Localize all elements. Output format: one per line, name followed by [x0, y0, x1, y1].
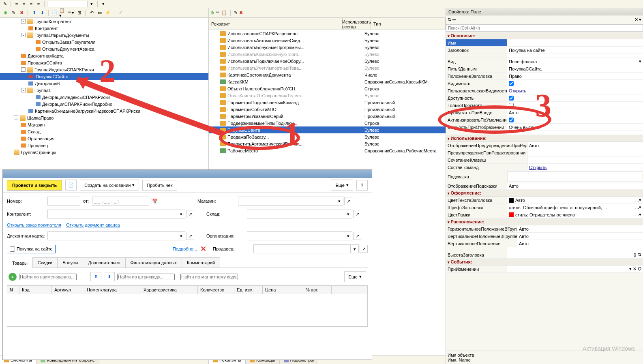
- receipt-button[interactable]: Пробить чек: [142, 180, 177, 191]
- prop-search-input[interactable]: [446, 24, 643, 32]
- tree-item[interactable]: КартинкаОжиданиеЗагрузкиИндексовСПАРКРис…: [0, 107, 208, 114]
- prop-importance-value[interactable]: Очень высокая: [507, 124, 643, 131]
- attr-row[interactable]: КартинкаСостоянияДокументаЧисло: [209, 71, 446, 78]
- undo-icon[interactable]: ↶: [88, 9, 95, 17]
- dropdown-icon[interactable]: ▾: [88, 1, 95, 7]
- prop-preedit-value[interactable]: [527, 149, 643, 156]
- attr-edit-icon[interactable]: ✎: [234, 10, 238, 15]
- attr-copy-icon[interactable]: 📋: [221, 10, 227, 15]
- tree-item[interactable]: ОткрытьЗаказПокупателя: [0, 39, 208, 45]
- prop-readonly-value[interactable]: [507, 102, 643, 109]
- attr-row[interactable]: ПараметрыСобытийПОПроизвольный: [209, 106, 446, 113]
- prop-categorize-icon[interactable]: ☰: [452, 17, 456, 22]
- search-by-barcode-input[interactable]: [117, 274, 175, 280]
- org-input[interactable]: [247, 232, 344, 240]
- tree-item[interactable]: Склад: [0, 128, 208, 135]
- post-and-close-button[interactable]: Провести и закрыть: [7, 180, 62, 191]
- section-layout[interactable]: Расположение:: [446, 218, 643, 225]
- tree-item[interactable]: Продавец: [0, 142, 208, 149]
- form-tab[interactable]: Бонусы: [57, 257, 83, 268]
- tree-item[interactable]: ДекорацияИндексыСПАРКРиски: [0, 94, 208, 101]
- inner-more-button[interactable]: Еще ▾: [344, 271, 366, 282]
- form-tab[interactable]: Дополнительно: [83, 257, 125, 268]
- prop-cmds-value[interactable]: Открыть: [527, 164, 643, 171]
- prop-title-value[interactable]: Покупка на сайте: [507, 47, 643, 54]
- attr-columns-icon[interactable]: ☰: [216, 10, 220, 15]
- tree-item[interactable]: ОткрытьДокументАванса: [0, 45, 208, 52]
- expand-icon[interactable]: -: [21, 33, 26, 37]
- add-row-button[interactable]: +: [9, 273, 17, 281]
- tree-item[interactable]: -ГруппаИндексыСПАРКРиски: [0, 66, 208, 73]
- attr-row[interactable]: ПоддерживаемыеТипыПодключ...Строка: [209, 120, 446, 126]
- open-order-link[interactable]: Открыть заказ покупателя: [7, 223, 61, 227]
- paste-icon[interactable]: 📋▾: [59, 9, 66, 17]
- warehouse-input[interactable]: [247, 210, 344, 218]
- expand-icon[interactable]: -: [21, 88, 26, 92]
- expand-icon[interactable]: -: [21, 19, 26, 24]
- close-x-icon[interactable]: ✕: [200, 244, 206, 253]
- copy-icon[interactable]: 📄: [51, 9, 58, 17]
- prop-sort-icon[interactable]: ⇅: [448, 17, 451, 22]
- attr-row[interactable]: ПараметрыПодключаемыхКомандПроизвольный: [209, 99, 446, 106]
- down-icon[interactable]: ⬇: [39, 9, 46, 17]
- prop-path-value[interactable]: ПокупкаССайта: [507, 65, 643, 72]
- attr-row[interactable]: ИспользоватьПодключаемоеОбору...Булево: [209, 58, 446, 64]
- prop-warnedit-value[interactable]: Авто: [527, 142, 643, 149]
- align-left-icon[interactable]: ≡: [13, 1, 20, 7]
- prop-titlepos-value[interactable]: Право: [507, 73, 643, 79]
- prop-activate-value[interactable]: [507, 116, 643, 123]
- more-button[interactable]: Еще ▾: [331, 180, 353, 191]
- tree-item[interactable]: Декорация6: [0, 80, 208, 87]
- prop-hint-value[interactable]: [508, 171, 642, 182]
- counterparty-dropdown-icon[interactable]: ▾: [177, 210, 185, 218]
- tree-item[interactable]: ДисконтнаяКарта: [0, 52, 208, 59]
- attr-row[interactable]: ПродажаПоЗаказу...Булево: [209, 133, 446, 140]
- detail-link[interactable]: Подробно...: [173, 246, 197, 251]
- tree-item[interactable]: -ГруппаКонтрагент: [0, 18, 208, 25]
- edit-icon[interactable]: ✎: [10, 9, 17, 17]
- seller-open-icon[interactable]: ↗: [360, 245, 368, 253]
- form-tab[interactable]: Скидки: [32, 257, 58, 268]
- prop-titlefont-value[interactable]: стиль: Обычный шрифт текста, полужирный,…: [507, 204, 643, 211]
- attr-delete-icon[interactable]: ✖: [239, 10, 243, 15]
- format-icon[interactable]: ✎: [2, 1, 8, 7]
- up-icon[interactable]: ⬆: [30, 9, 38, 17]
- counterparty-input[interactable]: [48, 210, 177, 218]
- post-button[interactable]: 📄: [65, 180, 77, 191]
- prop-framecolor-value[interactable]: стиль: Отрицательное число...▾: [507, 211, 643, 218]
- attr-row[interactable]: ОтказКлиентаОтСохраненияТелеф...Булево: [209, 92, 446, 99]
- calendar-icon[interactable]: 📅: [152, 197, 158, 205]
- prop-uservis-value[interactable]: Открыть: [507, 87, 643, 94]
- align-center-icon[interactable]: ≡: [21, 1, 27, 7]
- open-advance-link[interactable]: Открыть документ аванса: [66, 223, 120, 227]
- prop-hpos-value[interactable]: Авто: [517, 225, 643, 232]
- tree-item[interactable]: ПродажаССайта: [0, 59, 208, 66]
- store-open-icon[interactable]: ↗: [344, 197, 352, 205]
- prop-avail-value[interactable]: [507, 94, 643, 101]
- grid-body[interactable]: [7, 294, 368, 327]
- prop-vpos2-value[interactable]: Авто: [517, 240, 643, 247]
- attr-row[interactable]: ОбъектНалогообложенияПоУСНСтрока: [209, 85, 446, 92]
- date-input[interactable]: [92, 197, 152, 205]
- search-by-name-input[interactable]: [19, 274, 77, 280]
- warehouse-dropdown-icon[interactable]: ▾: [344, 210, 352, 218]
- attr-row[interactable]: ИспользоватьАвтоматическиеСкид...Булево: [209, 37, 446, 44]
- form-tab[interactable]: Комментарий: [182, 257, 220, 268]
- dropdown2-icon[interactable]: ▾: [100, 1, 107, 7]
- expand-icon[interactable]: -: [21, 67, 26, 72]
- section-design[interactable]: Оформление:: [446, 190, 643, 197]
- tree-item[interactable]: Магазин: [0, 121, 208, 128]
- tree-item[interactable]: Организация: [0, 135, 208, 142]
- attr-row[interactable]: ПараметрыУказанияСерийПроизвольный: [209, 113, 446, 120]
- form-tab[interactable]: Фискализация данных: [125, 257, 182, 268]
- tree-item[interactable]: ПокупкаССайта: [0, 73, 208, 80]
- attr-row[interactable]: КассаККМСправочникСсылка.КассыККМ: [209, 78, 446, 85]
- seller-dropdown-icon[interactable]: ▾: [350, 245, 358, 253]
- tree-item[interactable]: -ГруппаОткрытьДокументы: [0, 32, 208, 39]
- prop-hintdisp-value[interactable]: Авто: [507, 182, 643, 189]
- prop-name-value[interactable]: ПокупкаССайта: [507, 39, 643, 46]
- card-dropdown-icon[interactable]: ▾: [177, 232, 185, 240]
- prop-titlecolor-value[interactable]: Авто...▾: [507, 197, 643, 203]
- prop-close-icon[interactable]: ✕: [634, 17, 638, 22]
- org-dropdown-icon[interactable]: ▾: [344, 232, 352, 240]
